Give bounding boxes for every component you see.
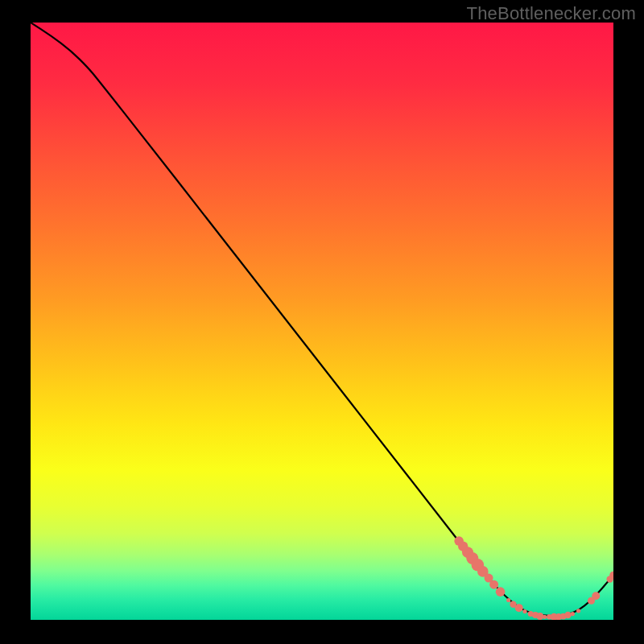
plot-area <box>31 23 613 620</box>
data-marker <box>506 598 510 602</box>
data-marker <box>543 615 547 619</box>
data-marker <box>576 609 580 613</box>
data-marker <box>522 609 526 613</box>
chart-svg <box>31 23 613 620</box>
data-marker <box>489 580 498 589</box>
data-marker <box>571 612 575 616</box>
watermark-label: TheBottlenecker.com <box>467 3 636 24</box>
data-marker <box>592 592 600 600</box>
marker-group <box>454 536 613 620</box>
data-marker <box>564 612 571 618</box>
data-marker <box>536 613 543 620</box>
data-marker <box>496 587 506 597</box>
data-marker <box>515 604 523 612</box>
bottleneck-curve <box>31 23 613 616</box>
chart-frame: TheBottlenecker.com <box>0 0 644 644</box>
